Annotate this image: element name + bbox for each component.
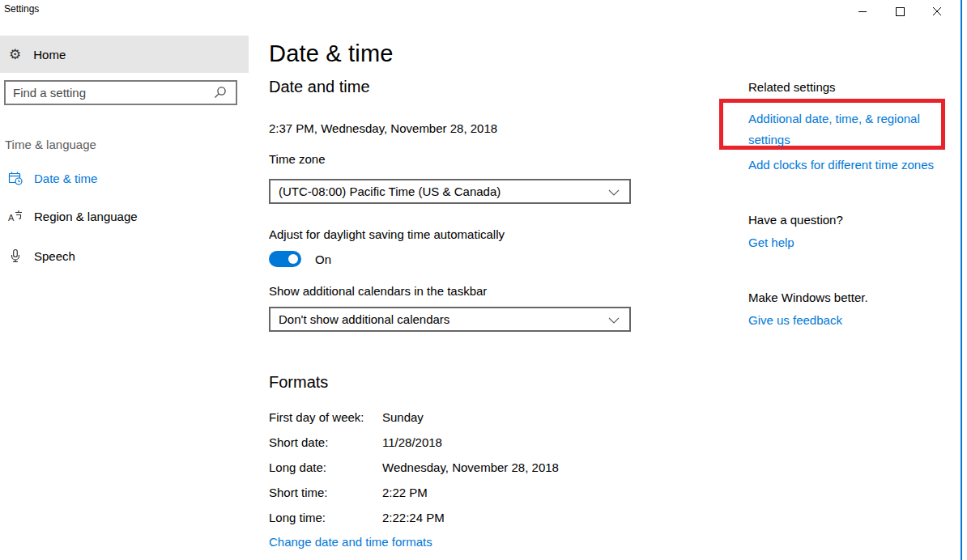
have-a-question-heading: Have a question? (748, 213, 843, 227)
dst-label: Adjust for daylight saving time automati… (269, 227, 505, 241)
svg-text:A: A (8, 213, 15, 223)
home-label: Home (33, 48, 66, 62)
sidebar-item-label: Date & time (34, 172, 97, 185)
window-edge-border (961, 0, 962, 560)
additional-settings-link[interactable]: Additional date, time, & regional settin… (748, 108, 941, 151)
formats-heading: Formats (269, 373, 328, 392)
sidebar-section-label: Time & language (5, 138, 96, 151)
maximize-icon (896, 7, 905, 16)
format-row-value: 11/28/2018 (382, 430, 559, 455)
format-row-value: 2:22 PM (382, 480, 559, 505)
time-zone-select[interactable]: (UTC-08:00) Pacific Time (US & Canada) (269, 179, 631, 204)
format-row-label: First day of week: (269, 405, 382, 430)
microphone-icon (8, 248, 23, 263)
calendars-value: Don't show additional calendars (279, 312, 449, 326)
search-input[interactable] (4, 80, 237, 105)
chevron-down-icon (608, 317, 620, 324)
format-row-label: Long date: (269, 455, 382, 480)
chevron-down-icon (608, 189, 620, 196)
add-clocks-link[interactable]: Add clocks for different time zones (748, 158, 934, 172)
format-row-label: Short time: (269, 480, 382, 505)
sidebar-item-label: Region & language (34, 210, 138, 223)
toggle-knob (288, 254, 298, 264)
dst-state-label: On (315, 252, 331, 266)
format-row-value: Sunday (382, 405, 559, 430)
maximize-button[interactable] (881, 0, 918, 23)
minimize-icon (858, 7, 867, 16)
window-controls (844, 0, 956, 23)
page-title: Date & time (269, 40, 394, 67)
window-title: Settings (4, 3, 39, 15)
search-icon[interactable] (213, 86, 227, 100)
date-and-time-heading: Date and time (269, 78, 370, 96)
give-feedback-link[interactable]: Give us feedback (748, 313, 842, 327)
change-formats-link[interactable]: Change date and time formats (269, 535, 432, 549)
sidebar-item-label: Speech (34, 249, 75, 263)
make-windows-better-heading: Make Windows better. (748, 291, 868, 304)
sidebar-item-home[interactable]: ⚙ Home (0, 36, 249, 73)
format-row-label: Long time: (269, 505, 382, 530)
time-zone-label: Time zone (269, 152, 325, 166)
current-datetime-text: 2:37 PM, Wednesday, November 28, 2018 (269, 121, 497, 135)
format-row-value: 2:22:24 PM (382, 505, 559, 530)
calendars-select[interactable]: Don't show additional calendars (269, 307, 631, 332)
format-row-value: Wednesday, November 28, 2018 (382, 455, 559, 480)
format-row-label: Short date: (269, 430, 382, 455)
close-icon (933, 7, 942, 16)
sidebar-item-date-time[interactable]: Date & time (0, 162, 249, 194)
sidebar-item-speech[interactable]: Speech (0, 240, 249, 272)
gear-icon: ⚙ (9, 48, 21, 62)
language-icon: A (8, 209, 23, 223)
time-zone-value: (UTC-08:00) Pacific Time (US & Canada) (279, 185, 501, 198)
formats-table: First day of week: Sunday Short date: 11… (269, 405, 559, 530)
sidebar-item-region-language[interactable]: A Region & language (0, 200, 249, 232)
minimize-button[interactable] (844, 0, 881, 23)
close-button[interactable] (918, 0, 956, 23)
dst-toggle[interactable] (269, 251, 301, 267)
related-settings-heading: Related settings (748, 80, 836, 94)
get-help-link[interactable]: Get help (748, 235, 794, 249)
calendars-label: Show additional calendars in the taskbar (269, 284, 487, 298)
calendar-clock-icon (8, 171, 23, 185)
